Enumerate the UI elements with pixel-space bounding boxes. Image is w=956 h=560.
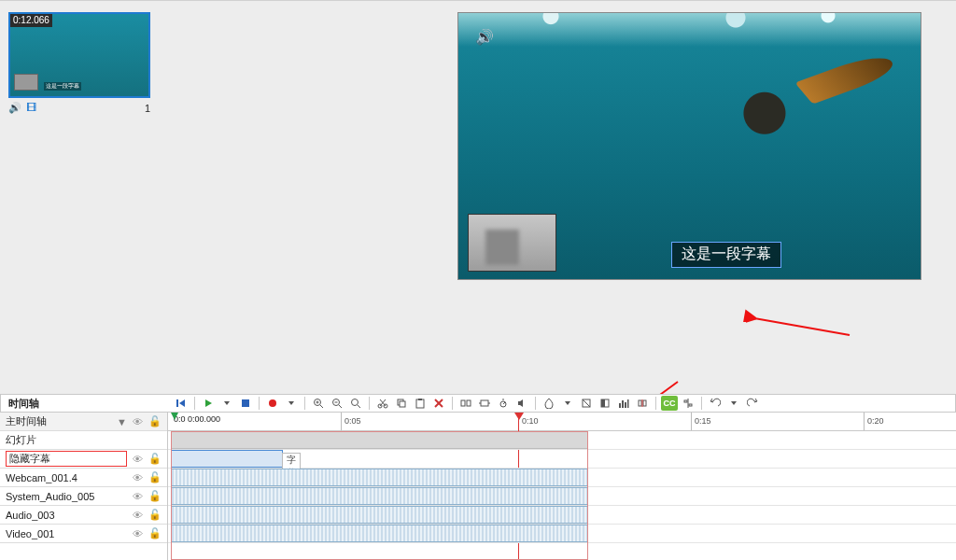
speed-button[interactable] — [495, 396, 512, 411]
webcam-mini-thumb — [14, 74, 38, 91]
lock-icon[interactable]: 🔓 — [148, 471, 162, 483]
video-clip[interactable] — [171, 525, 588, 542]
opacity-dropdown[interactable] — [559, 396, 576, 411]
equalizer-button[interactable] — [615, 396, 632, 411]
svg-rect-36 — [622, 400, 624, 408]
ruler-tick: 0:20 — [864, 413, 884, 430]
track-area[interactable]: 字幕 — [168, 431, 956, 560]
track-header[interactable]: Video_001 👁 🔓 — [0, 525, 167, 543]
svg-rect-26 — [481, 400, 488, 406]
audio-clip[interactable] — [171, 506, 588, 524]
undo-button[interactable] — [707, 396, 724, 411]
slide-clip[interactable] — [171, 431, 588, 449]
track-row-subtitle[interactable]: 字幕 — [168, 450, 956, 469]
track-row-sysaudio[interactable] — [168, 487, 956, 506]
track-row-slides[interactable] — [168, 431, 956, 450]
water-surface — [458, 13, 921, 47]
svg-rect-43 — [684, 400, 687, 402]
track-row-video[interactable] — [168, 525, 956, 543]
brightness-button[interactable] — [578, 396, 595, 411]
lock-icon[interactable]: 🔓 — [148, 527, 162, 539]
webcam-clip[interactable] — [171, 469, 588, 486]
svg-rect-2 — [176, 399, 178, 407]
lock-icon[interactable]: 🔓 — [148, 415, 162, 427]
svg-line-10 — [339, 405, 342, 408]
play-dropdown[interactable] — [218, 396, 235, 411]
panel-title: 时间轴 — [1, 397, 169, 411]
record-button[interactable] — [264, 396, 281, 411]
svg-rect-44 — [689, 404, 692, 406]
annotation-arrow-caption — [747, 315, 868, 343]
webcam-overlay[interactable] — [468, 214, 556, 272]
slide-thumb-caption: 这是一段字幕 — [44, 82, 81, 91]
cut-button[interactable] — [374, 396, 391, 411]
visibility-icon[interactable]: 👁 — [133, 472, 143, 483]
slide-thumbnail[interactable]: 0:12.066 这是一段字幕 — [8, 12, 150, 98]
redo-button[interactable] — [744, 396, 761, 411]
current-time: 0:0 0:00.000 — [174, 414, 220, 424]
preview-canvas[interactable]: 🔊 这是一段字幕 — [457, 12, 921, 280]
track-row-webcam[interactable] — [168, 469, 956, 487]
panel-header: 时间轴 — [0, 394, 956, 413]
subtitle-clip[interactable]: 字幕 — [171, 450, 283, 468]
track-header[interactable]: 幻灯片 — [0, 431, 167, 450]
visibility-icon[interactable]: 👁 — [133, 454, 143, 465]
sysaudio-clip[interactable] — [171, 487, 588, 505]
chevron-down-icon[interactable]: ▼ — [117, 416, 127, 427]
lock-icon[interactable]: 🔓 — [148, 453, 162, 465]
delete-button[interactable] — [430, 396, 447, 411]
opacity-button[interactable] — [541, 396, 557, 411]
master-track-header[interactable]: 主时间轴 ▼ 👁 🔓 — [0, 413, 167, 431]
svg-rect-35 — [619, 403, 621, 408]
track-header[interactable]: System_Audio_005 👁 🔓 — [0, 487, 167, 506]
visibility-icon[interactable]: 👁 — [133, 510, 143, 521]
time-ruler[interactable]: 0:0 0:00.000 0:05 0:10 0:15 0:20 — [168, 413, 956, 431]
align-button[interactable] — [680, 396, 696, 411]
lock-icon[interactable]: 🔓 — [148, 509, 162, 521]
paste-button[interactable] — [412, 396, 429, 411]
trim-button[interactable] — [476, 396, 493, 411]
ruler-tick: 0:15 — [691, 413, 711, 430]
visibility-icon[interactable]: 👁 — [133, 491, 143, 502]
contrast-button[interactable] — [597, 396, 613, 411]
svg-line-0 — [754, 318, 850, 335]
svg-rect-21 — [418, 399, 422, 400]
diver-shape — [720, 63, 861, 150]
track-header[interactable]: Webcam_001.4 👁 🔓 — [0, 469, 167, 487]
go-start-button[interactable] — [173, 396, 190, 411]
record-dropdown[interactable] — [283, 396, 300, 411]
track-header[interactable]: Audio_003 👁 🔓 — [0, 506, 167, 525]
undo-dropdown[interactable] — [725, 396, 742, 411]
insert-button[interactable] — [634, 396, 651, 411]
timeline-panel: 时间轴 — [0, 394, 956, 560]
track-row-audio[interactable] — [168, 506, 956, 525]
workspace: 0:12.066 这是一段字幕 🔊 🎞 1 🔊 这是一段字幕 — [0, 0, 956, 394]
closed-caption-button[interactable]: CC — [661, 396, 678, 411]
play-button[interactable] — [200, 396, 217, 411]
copy-button[interactable] — [393, 396, 410, 411]
svg-line-30 — [503, 402, 505, 404]
zoom-out-button[interactable] — [329, 396, 345, 411]
volume-button[interactable] — [513, 396, 530, 411]
stop-button[interactable] — [237, 396, 254, 411]
svg-point-12 — [352, 399, 358, 406]
timeline-toolbar: CC — [169, 396, 955, 411]
zoom-fit-button[interactable] — [347, 396, 364, 411]
svg-rect-25 — [467, 400, 471, 406]
zoom-in-button[interactable] — [310, 396, 327, 411]
ruler-tick: 0:05 — [341, 413, 361, 430]
preview-caption[interactable]: 这是一段字幕 — [671, 242, 781, 268]
svg-point-4 — [269, 399, 276, 407]
slide-index: 1 — [145, 103, 150, 114]
track-header-column: 主时间轴 ▼ 👁 🔓 幻灯片 隐藏字幕 👁 🔓 Webcam_001.4 👁 🔓… — [0, 413, 168, 560]
visibility-icon[interactable]: 👁 — [133, 416, 143, 427]
svg-rect-37 — [625, 402, 626, 408]
visibility-icon[interactable]: 👁 — [133, 528, 143, 539]
lock-icon[interactable]: 🔓 — [148, 490, 162, 502]
svg-rect-19 — [400, 401, 405, 407]
track-header-subtitle[interactable]: 隐藏字幕 👁 🔓 — [0, 450, 167, 469]
svg-rect-34 — [601, 399, 605, 407]
split-button[interactable] — [457, 396, 474, 411]
svg-rect-24 — [461, 400, 465, 406]
svg-rect-39 — [639, 400, 641, 406]
